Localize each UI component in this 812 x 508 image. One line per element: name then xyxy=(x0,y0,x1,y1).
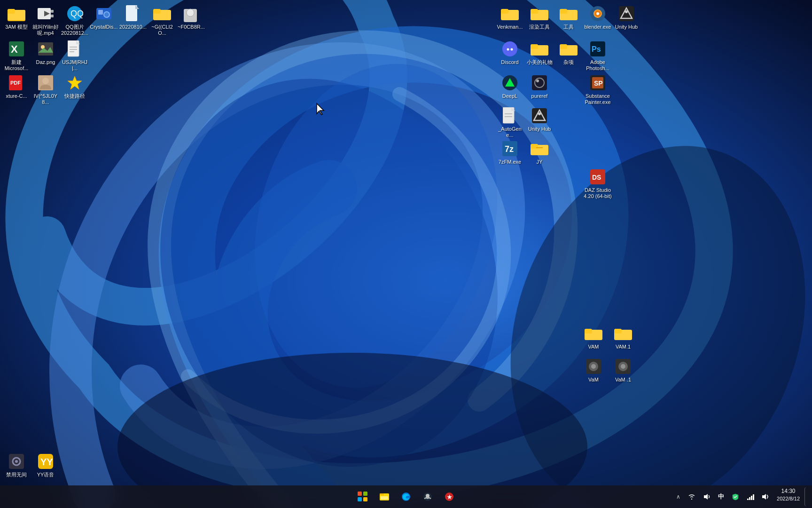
desktop-icon-pdf[interactable]: PDF xture-C... xyxy=(0,71,33,101)
svg-rect-98 xyxy=(363,492,367,496)
desktop-icon-cli2o[interactable]: ~G((CLI2O... xyxy=(146,2,179,38)
icon-label: 工具 xyxy=(563,24,574,30)
svg-rect-11 xyxy=(51,15,54,17)
svg-rect-67 xyxy=(532,75,547,90)
tray-wifi[interactable] xyxy=(685,487,698,506)
svg-marker-38 xyxy=(68,76,82,89)
desktop-icon-blender[interactable]: blender.exe xyxy=(581,2,614,32)
desktop-icon-render-tool[interactable]: 渲染工具 xyxy=(523,2,556,32)
desktop-icon-daz-studio[interactable]: DS DAZ Studio4.20 (64-bit) xyxy=(581,166,614,201)
folder-icon xyxy=(530,4,549,23)
desktop-icon-3am-model[interactable]: 3AM 模型 xyxy=(0,2,33,32)
taskbar: ★ ∧ 中 xyxy=(0,485,812,508)
svg-text:YY: YY xyxy=(40,457,53,467)
desktop-icon-disable[interactable]: 禁用无间 xyxy=(0,450,33,480)
svg-marker-114 xyxy=(762,494,766,500)
photoshop-icon: Ps xyxy=(588,40,607,58)
folder-icon xyxy=(530,40,549,58)
ime-label: 中 xyxy=(718,492,724,501)
svg-rect-110 xyxy=(747,499,749,500)
desktop: 3AM 模型 就叫lYilin好呢.mp4 QQ QQ图片20220812...… xyxy=(0,0,812,508)
icon-label: 就叫lYilin好呢.mp4 xyxy=(32,24,59,36)
start-button[interactable] xyxy=(353,487,372,506)
desktop-icon-substance[interactable]: SP SubstancePainter.exe xyxy=(581,71,614,107)
icon-label: blender.exe xyxy=(585,24,611,30)
tray-security[interactable] xyxy=(729,487,742,506)
icon-label: 杂项 xyxy=(563,59,574,65)
desktop-icon-vam1-folder[interactable]: VAM.1 xyxy=(607,322,640,352)
icon-label: IV(^5JL0Y8... xyxy=(31,93,60,105)
chevron-icon: ∧ xyxy=(676,493,680,500)
icon-label: 渲染工具 xyxy=(529,24,550,30)
desktop-icon-crystal[interactable]: CrystalDis... xyxy=(87,2,120,32)
substance-icon: SP xyxy=(588,73,607,92)
desktop-icon-misc[interactable]: 杂项 xyxy=(552,38,585,67)
taskbar-file-explorer[interactable] xyxy=(375,487,394,506)
tray-volume[interactable] xyxy=(700,487,713,506)
svg-rect-102 xyxy=(380,493,384,495)
svg-text:7z: 7z xyxy=(505,144,514,154)
desktop-icon-discord[interactable]: Discord xyxy=(493,38,526,67)
desktop-icon-file1[interactable]: 20220810... xyxy=(117,2,149,32)
desktop-icon-excel[interactable]: X 新建Microsof... xyxy=(0,38,33,73)
svg-rect-97 xyxy=(358,492,362,496)
desktop-icon-portrait[interactable]: IV(^5JL0Y8... xyxy=(29,71,62,107)
qq-icon: QQ xyxy=(65,4,84,23)
icon-label: VAM xyxy=(588,344,599,350)
svg-rect-100 xyxy=(363,497,367,501)
desktop-icon-unity-hub-top[interactable]: Unity Hub xyxy=(610,2,643,32)
desktop-icon-7zip[interactable]: 7z 7zFM.exe xyxy=(493,137,526,167)
svg-point-57 xyxy=(507,48,509,51)
taskbar-steam[interactable] xyxy=(418,487,437,506)
excel-icon: X xyxy=(7,40,26,58)
desktop-icon-tools[interactable]: 工具 xyxy=(552,2,585,32)
desktop-icon-gift[interactable]: 小美的礼物 xyxy=(523,38,556,67)
desktop-icon-photoshop[interactable]: Ps AdobePhotosh... xyxy=(581,38,614,73)
icon-label: Venkman... xyxy=(497,24,523,30)
tray-clock[interactable]: 14:30 2022/8/12 xyxy=(774,487,803,506)
desktop-icon-usjm[interactable]: USJM|RHJ|... xyxy=(58,38,91,73)
svg-text:QQ: QQ xyxy=(70,9,83,18)
tray-ime[interactable]: 中 xyxy=(715,487,727,506)
unity-icon xyxy=(530,106,549,125)
taskbar-game[interactable]: ★ xyxy=(440,487,459,506)
desktop-icon-deepl[interactable]: DeepL xyxy=(493,71,526,101)
svg-point-52 xyxy=(596,12,599,15)
desktop-icon-vam-app[interactable]: VaM xyxy=(577,355,610,385)
desktop-icon-pureref[interactable]: pureref xyxy=(523,71,556,101)
icon-label: Daz.png xyxy=(36,59,55,65)
desktop-icon-vam-folder[interactable]: VAM xyxy=(577,322,610,352)
svg-rect-99 xyxy=(358,497,362,501)
svg-rect-7 xyxy=(8,9,15,14)
svg-marker-109 xyxy=(704,494,708,500)
desktop-icon-daz-png[interactable]: Daz.png xyxy=(29,38,62,67)
svg-point-41 xyxy=(15,460,18,463)
desktop-icon-f0cb8r[interactable]: ~F0CB8R... xyxy=(175,2,208,32)
icon-label: pureref xyxy=(531,93,548,99)
desktop-icon-autogenerate[interactable]: _AutoGene... xyxy=(493,104,526,140)
icon-label: YY语音 xyxy=(37,472,55,478)
file-icon xyxy=(124,4,142,23)
svg-rect-10 xyxy=(51,10,54,13)
desktop-icon-yy[interactable]: YY YY语音 xyxy=(29,450,62,480)
folder-icon xyxy=(7,4,26,23)
desktop-icon-unity-hub-2[interactable]: Unity Hub xyxy=(523,104,556,134)
desktop-icon-yilin[interactable]: 就叫lYilin好呢.mp4 xyxy=(29,2,62,38)
desktop-icon-qq-photo[interactable]: QQ QQ图片20220812... xyxy=(58,2,91,38)
icon-label: ~F0CB8R... xyxy=(178,24,205,30)
show-desktop-button[interactable] xyxy=(804,487,808,506)
tray-hidden-icons[interactable]: ∧ xyxy=(673,487,683,506)
desktop-icon-shortcut[interactable]: 快捷路径 xyxy=(58,71,91,101)
desktop-icon-jy[interactable]: JY xyxy=(523,137,556,167)
gear-icon xyxy=(7,452,26,471)
taskbar-edge[interactable] xyxy=(397,487,415,506)
svg-text:Ps: Ps xyxy=(592,45,601,53)
icon-label: _AutoGene... xyxy=(495,126,524,138)
tray-network-bars[interactable] xyxy=(744,487,757,506)
icon-label: VAM.1 xyxy=(616,344,631,350)
icon-label: 20220810... xyxy=(119,24,147,30)
tray-speaker-icon[interactable] xyxy=(759,487,772,506)
daz-icon: DS xyxy=(588,167,607,186)
desktop-icon-vam1-app[interactable]: VaM .1 xyxy=(607,355,640,385)
desktop-icon-venkman[interactable]: Venkman... xyxy=(493,2,526,32)
